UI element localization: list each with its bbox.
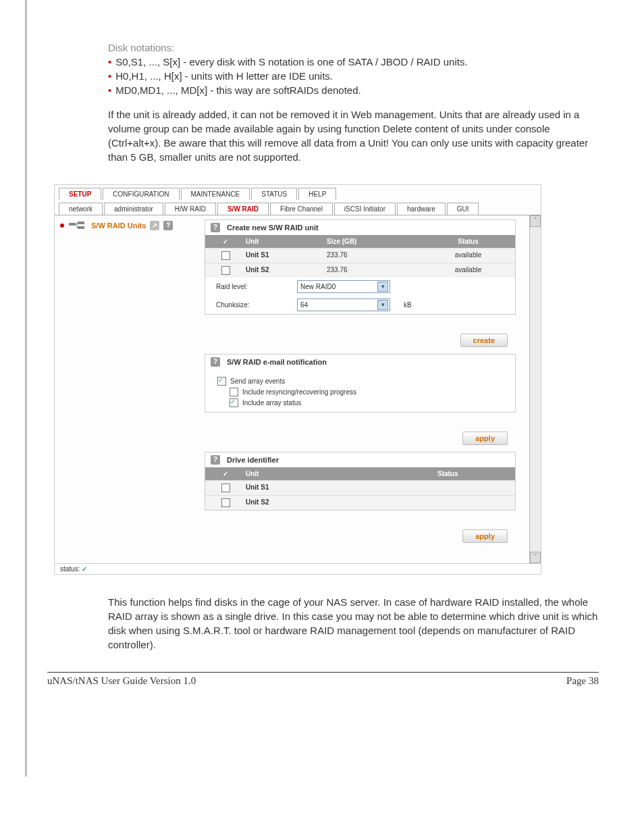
check-all-icon[interactable]: ✓ xyxy=(223,238,228,245)
help-icon[interactable]: ? xyxy=(211,357,220,367)
size-cell: 233.76 xyxy=(327,263,421,278)
apply-button[interactable]: apply xyxy=(462,432,508,445)
status-bar: status: ✓ xyxy=(55,563,541,574)
opt-label: Include array status xyxy=(242,399,301,407)
status-ok-icon: ✓ xyxy=(82,565,87,573)
main-tab-maintenance[interactable]: MAINTENANCE xyxy=(181,188,250,200)
main-tab-configuration[interactable]: CONFIGURATION xyxy=(103,188,179,200)
svg-rect-1 xyxy=(78,221,84,224)
panel-title: Create new S/W RAID unit xyxy=(227,224,319,232)
footer-right: Page 38 xyxy=(566,675,599,687)
panel-email-notification: ? S/W RAID e-mail notification Send arra… xyxy=(205,354,516,413)
apply-button[interactable]: apply xyxy=(462,529,508,543)
size-cell: 233.76 xyxy=(327,249,421,263)
status-cell xyxy=(381,496,516,510)
panel-title: S/W RAID e-mail notification xyxy=(227,358,327,366)
col-size-header: Size (GB) xyxy=(327,235,421,248)
chunksize-unit: kB xyxy=(404,301,412,309)
status-cell: available xyxy=(421,249,515,263)
raid-level-select[interactable]: New RAID0 ▾ xyxy=(297,280,390,293)
paragraph-2: This function helps find disks in the ca… xyxy=(108,595,599,652)
paragraph-1: If the unit is already added, it can not… xyxy=(108,107,599,164)
sub-tab-fibre-channel[interactable]: Fibre Channel xyxy=(270,203,333,215)
opt-label: Include resyncing/recovering progress xyxy=(242,388,356,396)
sidebar-title-text: S/W RAID Units xyxy=(91,221,146,230)
raid-level-label: Raid level: xyxy=(216,283,284,290)
scroll-down-icon[interactable]: ˅ xyxy=(530,552,541,563)
main-tab-help[interactable]: HELP xyxy=(298,188,336,200)
sub-tab-hardware[interactable]: hardware xyxy=(397,203,446,215)
status-cell: available xyxy=(421,263,515,278)
sub-tabs: networkadministratorH/W RAIDS/W RAIDFibr… xyxy=(55,200,541,215)
bullet-icon: • xyxy=(108,55,111,69)
include-array-status-checkbox[interactable] xyxy=(230,398,238,407)
main-tab-status[interactable]: STATUS xyxy=(251,188,297,200)
chevron-down-icon: ▾ xyxy=(377,300,388,310)
col-status-header: Status xyxy=(421,235,515,248)
sub-tab-s-w-raid[interactable]: S/W RAID xyxy=(217,203,269,215)
page-footer: uNAS/tNAS User Guide Version 1.0 Page 38 xyxy=(47,672,599,687)
status-cell xyxy=(381,481,516,495)
col-status-header: Status xyxy=(381,467,516,480)
sub-tab-gui[interactable]: GUI xyxy=(447,203,479,215)
chunksize-label: Chunksize: xyxy=(216,301,284,309)
table-row: Unit S1 xyxy=(205,480,515,495)
bullet-3: • MD0,MD1, ..., MD[x] - this way are sof… xyxy=(108,83,599,97)
bullet-2-text: H0,H1, ..., H[x] - units with H letter a… xyxy=(115,69,333,83)
unit-checkbox[interactable] xyxy=(221,251,230,260)
unit-checkbox[interactable] xyxy=(221,484,230,492)
unit-checkbox[interactable] xyxy=(221,266,230,275)
opt-label: Send array events xyxy=(230,377,285,385)
svg-rect-2 xyxy=(78,226,84,229)
unit-cell: Unit S2 xyxy=(246,496,381,510)
main-tab-setup[interactable]: SETUP xyxy=(59,188,101,200)
sub-tab-administrator[interactable]: administrator xyxy=(104,203,163,215)
help-icon[interactable]: ? xyxy=(211,455,220,465)
help-icon[interactable]: ? xyxy=(211,223,220,232)
include-resyncing-checkbox[interactable] xyxy=(230,388,238,396)
bullet-icon: • xyxy=(108,83,111,97)
main-panel: ? Create new S/W RAID unit ✓ Unit Size (… xyxy=(200,215,529,563)
sub-tab-h-w-raid[interactable]: H/W RAID xyxy=(165,203,216,215)
help-icon[interactable]: ? xyxy=(163,221,173,230)
help-icon[interactable]: ↗ xyxy=(150,221,159,230)
breadcrumb-dot-icon xyxy=(60,224,64,228)
footer-left: uNAS/tNAS User Guide Version 1.0 xyxy=(47,675,196,687)
chunksize-value: 64 xyxy=(300,301,308,309)
main-tabs: SETUPCONFIGURATIONMAINTENANCESTATUSHELP xyxy=(55,185,541,200)
table-row: Unit S2 xyxy=(205,495,515,510)
chunksize-select[interactable]: 64 ▾ xyxy=(297,298,390,311)
bullet-3-text: MD0,MD1, ..., MD[x] - this way are softR… xyxy=(115,83,360,97)
disk-notations-heading: Disk notations: xyxy=(108,41,599,55)
col-unit-header: Unit xyxy=(246,467,381,480)
nas-web-ui: SETUPCONFIGURATIONMAINTENANCESTATUSHELP … xyxy=(54,184,541,575)
bullet-2: • H0,H1, ..., H[x] - units with H letter… xyxy=(108,69,599,83)
send-array-events-checkbox[interactable] xyxy=(217,377,226,386)
panel-drive-identifier: ? Drive identifier ✓ Unit Status Unit S1… xyxy=(205,452,516,511)
col-unit-header: Unit xyxy=(246,235,327,248)
sidebar: S/W RAID Units ↗ ? xyxy=(55,215,200,563)
bullet-icon: • xyxy=(108,69,111,83)
table-row: Unit S2233.76available xyxy=(205,263,515,278)
status-label: status: xyxy=(60,565,80,573)
svg-rect-0 xyxy=(69,223,76,226)
scrollbar[interactable]: ˄ ˅ xyxy=(529,215,541,563)
sub-tab-iscsi-initiator[interactable]: iSCSI Initiator xyxy=(334,203,396,215)
sub-tab-network[interactable]: network xyxy=(59,203,103,215)
create-button[interactable]: create xyxy=(460,334,508,347)
unit-cell: Unit S2 xyxy=(246,263,327,278)
check-all-icon[interactable]: ✓ xyxy=(223,470,228,477)
bullet-1: • S0,S1, ..., S[x] - every disk with S n… xyxy=(108,55,599,69)
raid-level-value: New RAID0 xyxy=(300,283,336,290)
unit-cell: Unit S1 xyxy=(246,249,327,263)
unit-cell: Unit S1 xyxy=(246,481,381,495)
panel-create-raid: ? Create new S/W RAID unit ✓ Unit Size (… xyxy=(205,219,516,315)
table-row: Unit S1233.76available xyxy=(205,248,515,263)
panel-title: Drive identifier xyxy=(227,456,279,464)
chevron-down-icon: ▾ xyxy=(377,282,388,292)
scroll-up-icon[interactable]: ˄ xyxy=(530,215,541,227)
unit-checkbox[interactable] xyxy=(221,498,230,507)
raid-units-icon xyxy=(68,221,87,230)
bullet-1-text: S0,S1, ..., S[x] - every disk with S not… xyxy=(115,55,467,69)
